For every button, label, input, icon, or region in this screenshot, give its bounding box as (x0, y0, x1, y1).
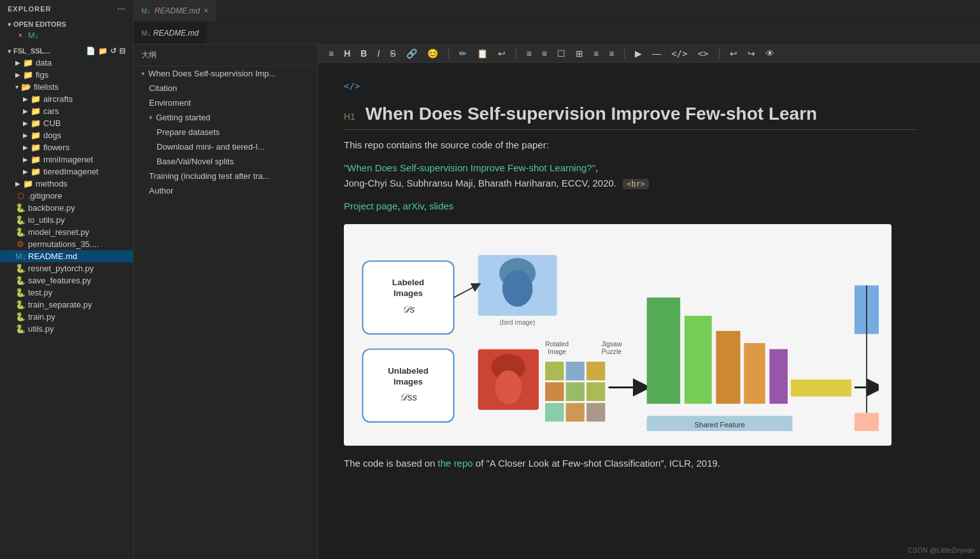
outline-citation-label: Citation (149, 83, 177, 93)
folder-tieredImagenet[interactable]: ▶ 📁 tieredImagenet (0, 166, 133, 178)
toolbar-italic-btn[interactable]: I (374, 47, 382, 60)
outline-item-citation[interactable]: Citation (134, 81, 318, 96)
file-io-utils[interactable]: 🐍 io_utils.py (0, 214, 133, 226)
folder-cub-icon: 📁 (31, 118, 41, 128)
py-train-sep-icon: 🐍 (15, 300, 25, 309)
architecture-diagram: Labeled Images 𝒟s (bird image) (344, 224, 891, 446)
collapse-icon[interactable]: ⊟ (119, 46, 125, 55)
toolbar-copy-btn[interactable]: 📋 (474, 47, 490, 60)
outline-item-training[interactable]: Training (including test after tra... (134, 169, 318, 183)
tab-readme-active[interactable]: M↓ README.md (134, 22, 206, 44)
file-save-features[interactable]: 🐍 save_features.py (0, 274, 133, 287)
toolbar-ol-btn[interactable]: ≡ (539, 47, 550, 60)
file-train-separate[interactable]: 🐍 train_separate.py (0, 299, 133, 311)
toolbar-link-btn[interactable]: 🔗 (404, 47, 420, 60)
outline-item-download[interactable]: Download mini- and tiered-I... (134, 139, 318, 154)
new-folder-icon[interactable]: 📁 (98, 46, 108, 55)
folder-data[interactable]: ▶ 📁 data (0, 57, 133, 69)
toolbar-indent-btn[interactable]: ≡ (591, 47, 601, 60)
svg-text:Images: Images (394, 288, 423, 298)
toolbar-outdent-btn[interactable]: ≡ (606, 47, 616, 60)
repo-link[interactable]: the repo (438, 458, 473, 469)
toolbar-run-btn[interactable]: ▶ (632, 47, 644, 60)
outline-item-author[interactable]: Author (134, 183, 318, 198)
outline-item-splits[interactable]: Base/Val/Novel splits (134, 154, 318, 169)
file-model-resnet[interactable]: 🐍 model_resnet.py (0, 226, 133, 238)
folder-figs[interactable]: ▶ 📁 figs (0, 69, 133, 81)
md-content: </> H1 When Does Self-supervision Improv… (344, 76, 917, 471)
file-backbone[interactable]: 🐍 backbone.py (0, 202, 133, 214)
figs-chevron: ▶ (15, 71, 20, 78)
close-icon[interactable]: × (15, 32, 25, 39)
outline-item-h1[interactable]: ▾ When Does Self-supervision Imp... (134, 66, 318, 81)
outline-env-label: Enviroment (149, 98, 191, 108)
toolbar-undo-btn[interactable]: ↩ (495, 47, 508, 60)
toolbar-code-btn[interactable]: </> (669, 47, 690, 60)
toolbar-edit-btn[interactable]: ✏ (457, 47, 469, 60)
tab-close-btn[interactable]: × (204, 6, 208, 15)
svg-line-8 (454, 285, 477, 297)
file-gitignore[interactable]: ⬡ .gitignore (0, 190, 133, 202)
toolbar-strike-btn[interactable]: S (387, 47, 398, 60)
folder-filelists[interactable]: ▾ 📂 filelists (0, 81, 133, 93)
explorer-menu[interactable]: ··· (118, 5, 125, 13)
toolbar-h-btn[interactable]: H (341, 47, 353, 60)
py-utils-icon: 🐍 (15, 324, 25, 334)
tab-readme-inactive[interactable]: M↓ README.md × (134, 0, 217, 22)
file-test[interactable]: 🐍 test.py (0, 287, 133, 299)
toolbar-hr-btn[interactable]: — (650, 47, 664, 60)
fsl-section[interactable]: ▾ FSL_SSL... 📄 📁 ↺ ⊟ (0, 44, 133, 57)
toolbar-prev-btn[interactable]: ↩ (727, 47, 740, 60)
md-preview[interactable]: </> H1 When Does Self-supervision Improv… (318, 63, 980, 559)
svg-rect-40 (855, 413, 879, 432)
slides-link[interactable]: slides (429, 201, 453, 211)
folder-cars[interactable]: ▶ 📁 cars (0, 105, 133, 117)
folder-cub[interactable]: ▶ 📁 CUB (0, 117, 133, 129)
folder-methods[interactable]: ▶ 📁 methods (0, 178, 133, 190)
open-editors-section[interactable]: ▾ OPEN EDITORS (0, 18, 133, 29)
toolbar-ul-btn[interactable]: ≡ (524, 47, 534, 60)
git-file-icon: ⬡ (15, 191, 25, 201)
svg-point-15 (495, 371, 522, 404)
fsl-chevron: ▾ (8, 48, 11, 55)
data-chevron: ▶ (15, 59, 20, 66)
arxiv-link[interactable]: arXiv (403, 201, 424, 211)
new-file-icon[interactable]: 📄 (86, 46, 96, 55)
toolbar-codeblock-btn[interactable]: <> (695, 47, 711, 60)
tab-md-icon2: M↓ (141, 29, 151, 37)
file-train[interactable]: 🐍 train.py (0, 311, 133, 323)
project-page-link[interactable]: Project page (344, 201, 397, 211)
folder-dogs-icon: 📁 (31, 131, 41, 140)
md-h1-text: When Does Self-supervision Improve Few-s… (366, 104, 817, 124)
folder-aircrafts[interactable]: ▶ 📁 aircrafts (0, 93, 133, 105)
open-editor-readme[interactable]: × M↓ (0, 29, 133, 41)
tab-readme-label2: README.md (153, 29, 199, 38)
outline-item-getting-started[interactable]: ▾ Getting started (134, 110, 318, 125)
refresh-icon[interactable]: ↺ (110, 46, 117, 55)
file-model-label: model_resnet.py (28, 227, 89, 237)
tiered-chevron: ▶ (23, 168, 28, 175)
toolbar-emoji-btn[interactable]: 😊 (425, 47, 441, 60)
file-resnet-pytorch[interactable]: 🐍 resnet_pytorch.py (0, 262, 133, 274)
file-permutations[interactable]: ⚙ permutations_35.... (0, 238, 133, 250)
outline-item-enviroment[interactable]: Enviroment (134, 96, 318, 110)
folder-miniImagenet[interactable]: ▶ 📁 miniImagenet (0, 153, 133, 166)
file-readme[interactable]: M↓ README.md (0, 250, 133, 262)
outline-panel: 大纲 ▾ When Does Self-supervision Imp... C… (134, 45, 318, 559)
file-test-label: test.py (28, 288, 52, 297)
toolbar-table-btn[interactable]: ⊞ (573, 47, 586, 60)
toolbar-bold-btn[interactable]: B (358, 47, 369, 60)
folder-flowers[interactable]: ▶ 📁 flowers (0, 141, 133, 153)
toolbar-checkbox-btn[interactable]: ☐ (555, 47, 568, 60)
toolbar-preview-btn[interactable]: 👁 (763, 47, 777, 60)
br-tag: <br> (623, 179, 649, 189)
svg-text:Jigsaw: Jigsaw (601, 341, 621, 348)
folder-dogs[interactable]: ▶ 📁 dogs (0, 129, 133, 141)
paper-link[interactable]: "When Does Self-supervision Improve Few-… (344, 162, 595, 173)
py-train-icon: 🐍 (15, 312, 25, 322)
file-utils[interactable]: 🐍 utils.py (0, 323, 133, 335)
folder-dogs-label: dogs (43, 131, 61, 140)
outline-item-prepare[interactable]: Prepare datasets (134, 125, 318, 139)
toolbar-list-btn[interactable]: ≡ (326, 47, 336, 60)
toolbar-next-btn[interactable]: ↪ (745, 47, 758, 60)
